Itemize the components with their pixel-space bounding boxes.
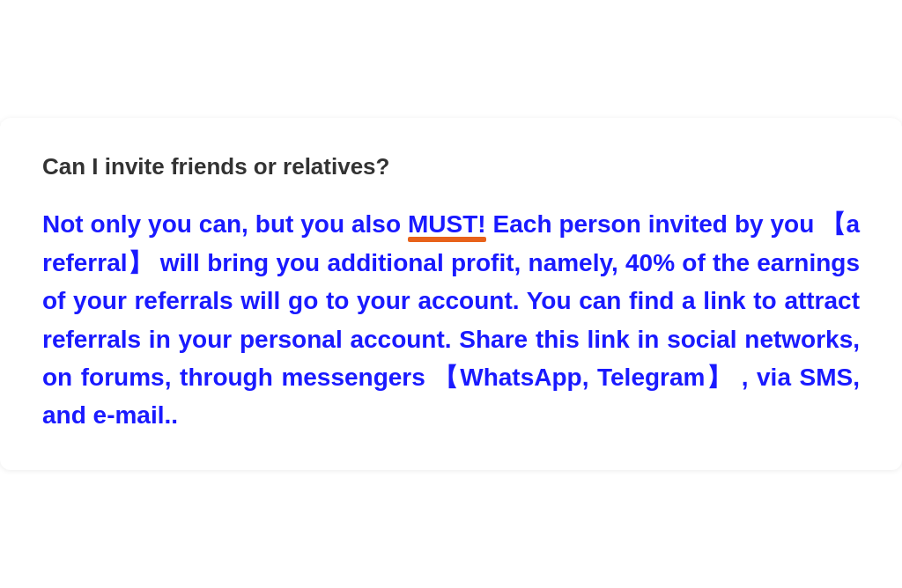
content-card: Can I invite friends or relatives? Not o… — [0, 118, 902, 469]
must-text: MUST! — [408, 210, 486, 238]
body-paragraph: Not only you can, but you also MUST! Eac… — [42, 205, 860, 434]
text-part1: Not only you can, but you also — [42, 210, 408, 238]
must-underline-decoration — [408, 237, 486, 242]
must-highlight: MUST! — [408, 205, 486, 243]
section-heading: Can I invite friends or relatives? — [42, 153, 860, 180]
